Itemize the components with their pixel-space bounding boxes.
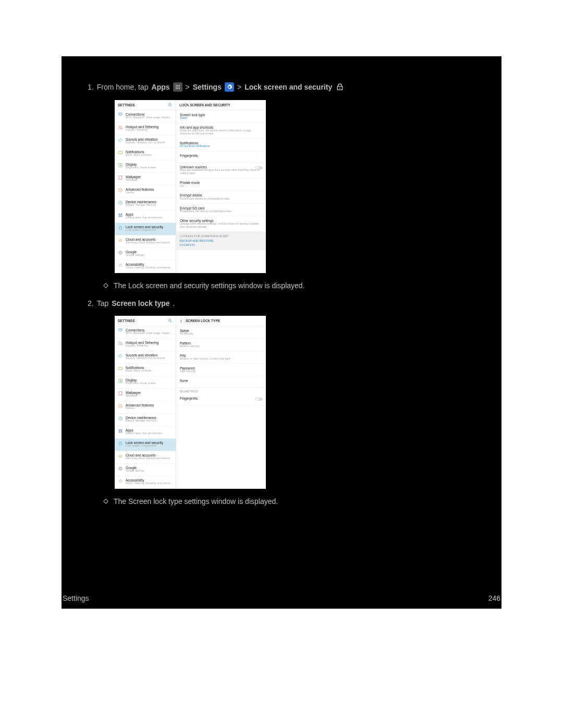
detail-row[interactable]: PatternMedium security <box>176 339 266 351</box>
detail-row[interactable]: SwipeNo security <box>176 326 266 339</box>
sidebar-item[interactable]: Hotspot and TetheringHotspot, Tethering <box>115 339 176 351</box>
settings-gear-icon <box>225 82 234 92</box>
sidebar-icon <box>118 353 123 359</box>
sidebar-icon <box>118 328 123 334</box>
step-1: 1. From home, tap Apps > Settings > Lock… <box>88 82 475 92</box>
sidebar-item-sub: Vision, Hearing, Dexterity and interacti… <box>126 266 174 269</box>
sidebar-item[interactable]: NotificationsBlock, allow, prioritize <box>115 364 176 376</box>
sidebar-item[interactable]: ConnectionsWi-Fi, Bluetooth, Data usage,… <box>115 110 176 123</box>
sidebar-item-title: Lock screen and security <box>126 441 174 445</box>
diamond-bullet-icon <box>103 499 108 504</box>
sidebar-item[interactable]: WallpaperWallpaper <box>115 173 176 186</box>
sidebar-item-title: Wallpaper <box>126 391 174 394</box>
sidebar-item[interactable]: Hotspot and TetheringHotspot, Tethering <box>115 123 176 135</box>
sidebar-item[interactable]: Cloud and accountsSamsung Cloud, Backup … <box>115 236 176 248</box>
detail-sub: Protect your SD card by encrypting its d… <box>180 210 262 213</box>
svg-rect-42 <box>119 443 122 445</box>
sidebar-icon <box>118 150 123 155</box>
document-content: 1. From home, tap Apps > Settings > Lock… <box>62 56 501 609</box>
screenshot-2: SETTINGS ConnectionsWi-Fi, Bluetooth, Da… <box>115 316 266 489</box>
sidebar-icon <box>118 263 123 268</box>
lock-screen-security-label: Lock screen and security <box>244 83 332 91</box>
panel-header: SCREEN LOCK TYPE <box>186 319 220 323</box>
sidebar-item-sub: Sounds, Vibration, Do not disturb <box>126 141 174 144</box>
svg-point-15 <box>120 165 121 166</box>
sidebar-item[interactable]: Advanced featuresGames <box>115 401 176 414</box>
detail-row[interactable]: NotificationsDo not show notifications <box>176 139 266 151</box>
svg-point-29 <box>169 319 172 322</box>
sidebar-icon <box>118 175 123 180</box>
sidebar-item-sub: Wi-Fi, Bluetooth, Data usage, Airplane m… <box>126 116 174 119</box>
toggle-icon[interactable] <box>255 397 263 401</box>
sidebar-item-sub: Default apps, App permissions <box>126 216 174 219</box>
sidebar-item-sub: Hotspot, Tethering <box>126 344 174 348</box>
detail-sub: Do not show notifications <box>180 145 262 148</box>
svg-rect-28 <box>104 283 108 288</box>
detail-row[interactable]: Encrypt SD cardProtect your SD card by e… <box>176 204 266 216</box>
step-text: Tap <box>97 299 109 307</box>
sidebar-item-sub: Vision, Hearing, Dexterity and interacti… <box>126 482 174 485</box>
detail-row[interactable]: Unknown sourcesAllow the installation of… <box>176 163 266 178</box>
search-icon[interactable] <box>168 103 173 108</box>
svg-point-8 <box>179 88 180 89</box>
page-footer: Settings 246 <box>62 594 501 602</box>
sidebar-item[interactable]: AppsDefault apps, App permissions <box>115 426 176 439</box>
sidebar-header: SETTINGS <box>118 319 135 323</box>
back-icon[interactable] <box>179 319 183 323</box>
sidebar-item[interactable]: Device maintenanceBattery, Storage, Memo… <box>115 414 176 426</box>
detail-sub: Change other security settings, such as … <box>180 223 262 229</box>
panel-header: LOCK SCREEN AND SECURITY <box>179 103 230 107</box>
sidebar-item[interactable]: GoogleGoogle settings <box>115 248 176 261</box>
sidebar-item[interactable]: DisplayBrightness, Home screen <box>115 376 176 389</box>
sidebar-item[interactable]: Lock screen and securityLock screen, Fin… <box>115 439 176 451</box>
sidebar-item-sub: Lock screen, Fingerprints <box>126 229 174 232</box>
step-number: 2. <box>88 299 94 307</box>
detail-row[interactable]: Fingerprints <box>176 394 266 405</box>
sidebar-item[interactable]: WallpaperWallpaper <box>115 389 176 401</box>
detail-sub: Medium security <box>180 345 262 348</box>
detail-row[interactable]: PINMedium to high security. Current lock… <box>176 351 266 364</box>
sidebar-icon <box>118 466 123 471</box>
sidebar-item-sub: Brightness, Home screen <box>126 382 174 385</box>
screen-lock-type-panel: SCREEN LOCK TYPE SwipeNo securityPattern… <box>176 316 266 489</box>
sidebar-icon <box>118 478 123 484</box>
detail-row[interactable]: Encrypt deviceProtect your device by enc… <box>176 191 266 203</box>
sidebar-item-title: Apps <box>126 213 174 216</box>
detail-row[interactable]: None <box>176 376 266 388</box>
svg-point-4 <box>177 87 178 88</box>
detail-row[interactable]: Private modeOff <box>176 178 266 191</box>
sidebar-item[interactable]: DisplayBrightness, Home screen <box>115 161 176 173</box>
svg-rect-20 <box>119 214 120 215</box>
sidebar-item[interactable]: AccessibilityVision, Hearing, Dexterity … <box>115 261 176 273</box>
sidebar-item-sub: Block, allow, prioritize <box>126 154 174 157</box>
detail-row[interactable]: Screen lock typeSwipe <box>176 110 266 123</box>
looking-link[interactable]: LOCATION <box>180 243 262 246</box>
sidebar-icon <box>118 366 123 371</box>
sidebar-icon <box>118 378 123 384</box>
search-icon[interactable] <box>168 318 173 324</box>
sidebar-item[interactable]: Device maintenanceBattery, Storage, Memo… <box>115 198 176 211</box>
svg-rect-16 <box>119 176 122 180</box>
apps-label: Apps <box>152 83 170 91</box>
looking-link[interactable]: BACKUP AND RESTORE <box>180 239 262 242</box>
detail-row[interactable]: Fingerprints <box>176 151 266 163</box>
sidebar-item[interactable]: Cloud and accountsSamsung Cloud, Backup … <box>115 451 176 464</box>
sidebar-item[interactable]: AccessibilityVision, Hearing, Dexterity … <box>115 476 176 489</box>
step-text: From home, tap <box>97 83 149 91</box>
detail-row[interactable]: PasswordHigh security <box>176 364 266 376</box>
detail-row[interactable]: Info and app shortcutsShow the dual cloc… <box>176 123 266 139</box>
sidebar-item-sub: Sounds, Vibration, Do not disturb <box>126 357 174 360</box>
svg-point-33 <box>120 380 121 382</box>
bullet-text: The Lock screen and security settings wi… <box>114 281 305 290</box>
sidebar-item[interactable]: Lock screen and securityLock screen, Fin… <box>115 223 176 236</box>
sidebar-item[interactable]: NotificationsBlock, allow, prioritize <box>115 148 176 161</box>
detail-row[interactable]: Other security settingsChange other secu… <box>176 216 266 232</box>
svg-point-6 <box>176 88 177 89</box>
sidebar-item[interactable]: ConnectionsWi-Fi, Bluetooth, Data usage,… <box>115 326 176 339</box>
sidebar-item[interactable]: AppsDefault apps, App permissions <box>115 211 176 223</box>
toggle-icon[interactable] <box>255 166 263 170</box>
sidebar-item[interactable]: GoogleGoogle settings <box>115 464 176 476</box>
sidebar-item[interactable]: Sounds and vibrationSounds, Vibration, D… <box>115 351 176 364</box>
sidebar-item[interactable]: Advanced featuresGames <box>115 186 176 198</box>
sidebar-item[interactable]: Sounds and vibrationSounds, Vibration, D… <box>115 135 176 148</box>
